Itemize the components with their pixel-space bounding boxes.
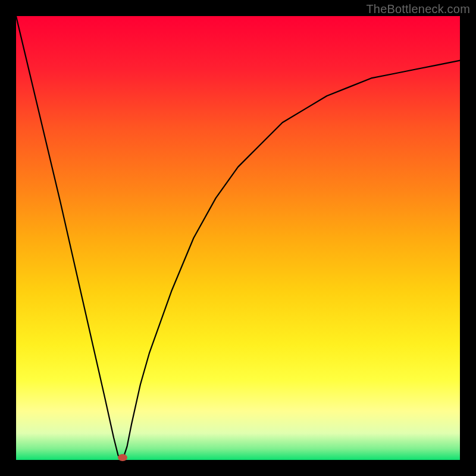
credit-label: TheBottleneck.com bbox=[366, 2, 470, 16]
bottleneck-chart bbox=[0, 0, 476, 476]
